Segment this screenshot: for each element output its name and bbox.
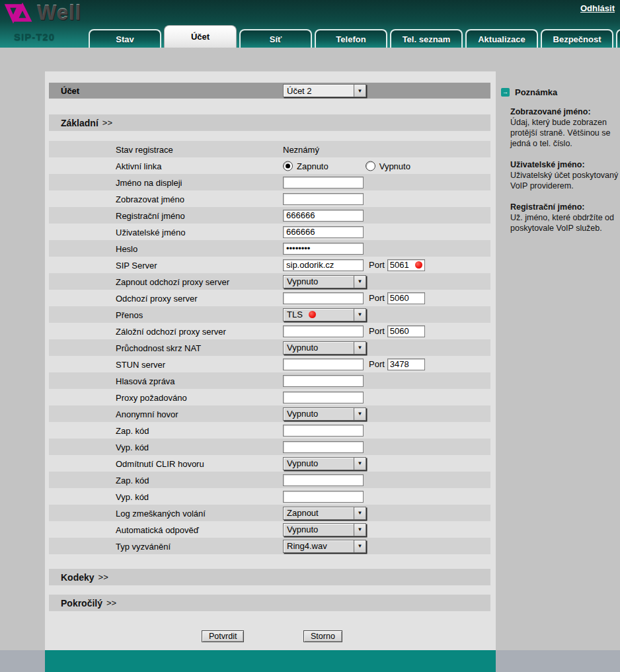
row-select[interactable]: Vypnuto▼ <box>283 275 366 288</box>
row-label: Heslo <box>116 243 137 253</box>
text-input[interactable] <box>283 491 364 503</box>
section-codecs[interactable]: Kodeky >> <box>49 569 490 585</box>
port-input-box[interactable] <box>387 325 425 337</box>
row-control <box>283 392 364 403</box>
note-heading: Registrační jméno: <box>510 202 619 212</box>
form-row: Jméno na displeji <box>49 174 490 190</box>
status-value: Neznámý <box>283 144 319 154</box>
tab[interactable]: Stav <box>89 29 161 48</box>
notes-list: Zobrazované jméno:Údaj, který bude zobra… <box>501 106 619 233</box>
radio-button[interactable] <box>283 161 293 171</box>
confirm-button[interactable]: Potvrdit <box>202 630 244 642</box>
text-input[interactable] <box>283 392 364 403</box>
text-input[interactable] <box>283 474 364 486</box>
note-heading: Uživatelské jméno: <box>510 159 619 170</box>
row-select[interactable]: Zapnout▼ <box>283 507 366 520</box>
row-label: Uživatelské jméno <box>116 227 186 237</box>
row-label: Automatická odpověď <box>116 525 199 534</box>
section-advanced[interactable]: Pokročilý >> <box>49 595 490 611</box>
tab[interactable]: Bezpečnost <box>541 29 613 48</box>
text-input[interactable] <box>283 177 364 189</box>
row-label: Log zmeškaných volání <box>116 508 206 518</box>
row-select[interactable]: Ring4.wav▼ <box>283 540 366 553</box>
form-row: Zobrazovat jméno <box>49 190 490 207</box>
chevron-down-icon[interactable]: ▼ <box>354 507 366 519</box>
tab[interactable]: Síť <box>239 29 312 48</box>
chevron-down-icon[interactable]: ▼ <box>354 408 366 420</box>
row-label: Registrační jméno <box>116 210 185 220</box>
tab-partial[interactable] <box>616 29 620 48</box>
radio-button[interactable] <box>366 161 375 171</box>
chevron-down-icon[interactable]: ▼ <box>354 276 366 288</box>
section-codecs-arrows: >> <box>98 572 108 582</box>
port-input-box[interactable] <box>387 292 425 304</box>
well-logo-icon <box>4 1 34 25</box>
port-input[interactable] <box>390 260 412 270</box>
row-control: Port <box>283 292 425 304</box>
text-input[interactable] <box>283 425 364 437</box>
port-input[interactable] <box>390 326 412 336</box>
row-select[interactable]: Vypnuto▼ <box>283 523 366 536</box>
brand-text: Well <box>37 1 81 25</box>
text-input[interactable] <box>283 292 364 304</box>
form-row: Vyp. kód <box>49 488 490 505</box>
form-row: Proxy požadováno <box>49 389 490 405</box>
form-row: Vyp. kód <box>49 439 490 455</box>
row-control: Ring4.wav▼ <box>283 540 366 553</box>
text-input[interactable] <box>283 226 364 238</box>
row-control <box>283 375 364 387</box>
text-input[interactable] <box>283 325 364 337</box>
chevron-down-icon[interactable]: ▼ <box>354 458 366 470</box>
note-body: Uživatelský účet poskytovaný VoIP provid… <box>510 170 619 191</box>
text-input[interactable] <box>283 441 364 453</box>
tab[interactable]: Telefon <box>315 29 387 48</box>
cancel-button[interactable]: Storno <box>303 630 342 642</box>
text-input[interactable] <box>283 193 364 205</box>
form-row: SIP ServerPort <box>49 257 490 273</box>
text-input[interactable] <box>283 358 364 370</box>
row-control: Vypnuto▼ <box>283 407 366 421</box>
chevron-down-icon[interactable]: ▼ <box>354 540 366 552</box>
tab-label: Tel. seznam <box>403 34 451 44</box>
row-label: STUN server <box>116 359 165 369</box>
row-control: Zapnout▼ <box>283 507 366 520</box>
model-label: SIP-T20 <box>14 31 55 42</box>
chevron-down-icon[interactable]: ▼ <box>354 342 366 354</box>
tab[interactable]: Účet <box>164 25 237 48</box>
text-input[interactable] <box>283 259 364 271</box>
text-input[interactable] <box>283 375 364 387</box>
form-row: Typ vyzváněníRing4.wav▼ <box>49 538 490 554</box>
form-row: Uživatelské jméno <box>49 224 490 240</box>
account-select[interactable]: Účet 2 ▼ <box>283 84 366 97</box>
note-heading: Zobrazované jméno: <box>510 106 619 117</box>
row-control: ZapnutoVypnuto <box>283 161 410 171</box>
row-select[interactable]: Vypnuto▼ <box>283 341 366 355</box>
row-select[interactable]: Vypnuto▼ <box>283 407 366 421</box>
logout-link[interactable]: Odhlásit <box>580 3 615 13</box>
chevron-down-icon[interactable]: ▼ <box>354 309 366 321</box>
chevron-down-icon[interactable]: ▼ <box>354 85 366 97</box>
chevron-down-icon[interactable]: ▼ <box>354 524 366 536</box>
port-label: Port <box>369 359 385 369</box>
port-label: Port <box>369 293 385 303</box>
section-basic-arrows: >> <box>102 118 112 128</box>
row-label: Odchozí proxy server <box>116 293 198 303</box>
port-input-box[interactable] <box>387 259 425 271</box>
row-select[interactable]: TLS▼ <box>283 308 366 321</box>
row-control <box>283 177 364 189</box>
port-input-box[interactable] <box>387 358 425 370</box>
password-input[interactable] <box>283 243 364 255</box>
section-basic[interactable]: Základní >> <box>49 114 490 131</box>
row-label: SIP Server <box>116 260 157 270</box>
row-select[interactable]: Vypnuto▼ <box>283 457 366 470</box>
port-input[interactable] <box>390 359 412 369</box>
row-label: Jméno na displeji <box>116 177 182 187</box>
row-control: Neznámý <box>283 144 319 154</box>
note-body: Údaj, který bude zobrazen protější stran… <box>510 117 619 149</box>
port-input[interactable] <box>390 293 412 303</box>
text-input[interactable] <box>283 210 364 222</box>
tab[interactable]: Aktualizace <box>465 29 538 48</box>
tab[interactable]: Tel. seznam <box>390 29 463 48</box>
header: Odhlásit Well SIP-T20 StavÚčetSíťTelefon… <box>0 0 620 48</box>
note-block: Uživatelské jméno:Uživatelský účet posky… <box>510 159 619 191</box>
